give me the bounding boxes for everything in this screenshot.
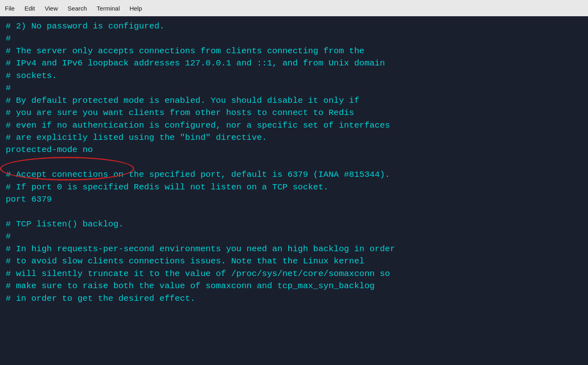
terminal-text: # 2) No password is configured. # # The … — [6, 20, 582, 305]
menubar: File Edit View Search Terminal Help — [0, 0, 588, 16]
terminal-content: # 2) No password is configured. # # The … — [0, 16, 588, 365]
menu-file[interactable]: File — [3, 4, 16, 13]
menu-view[interactable]: View — [43, 4, 59, 13]
menu-edit[interactable]: Edit — [23, 4, 37, 13]
menu-search[interactable]: Search — [66, 4, 89, 13]
menu-help[interactable]: Help — [128, 4, 144, 13]
menu-terminal[interactable]: Terminal — [95, 4, 122, 13]
